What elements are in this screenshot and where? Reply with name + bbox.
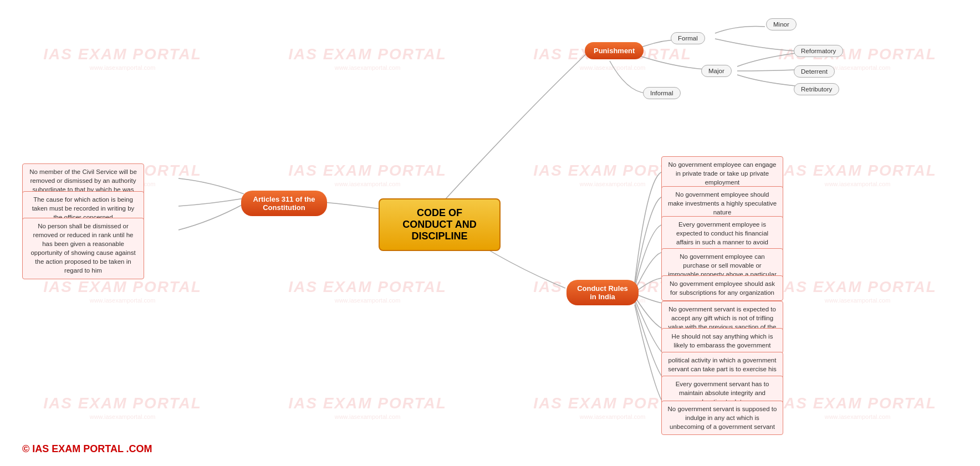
retributory-node: Retributory	[794, 83, 839, 95]
deterrent-node: Deterrent	[794, 65, 835, 78]
conduct-item-1: No government employee can engage in pri…	[661, 156, 783, 191]
copyright-label: © IAS EXAM PORTAL .COM	[22, 443, 152, 455]
conduct-node: Conduct Rules in India	[566, 280, 639, 305]
punishment-node: Punishment	[585, 42, 644, 59]
formal-node: Formal	[671, 32, 705, 44]
conduct-item-10: No government servant is supposed to ind…	[661, 401, 783, 435]
major-node: Major	[701, 65, 732, 77]
conduct-item-7: He should not say anything which is like…	[661, 328, 783, 354]
reformatory-node: Reformatory	[794, 45, 843, 57]
articles-item-3: No person shall be dismissed or removed …	[22, 218, 144, 279]
conduct-item-2: No government employee should make inves…	[661, 186, 783, 221]
articles-node: Articles 311 of the Constitution	[241, 191, 327, 216]
informal-node: Informal	[643, 87, 681, 99]
minor-node: Minor	[766, 18, 797, 30]
center-node: CODE OF CONDUCT AND DISCIPLINE	[379, 198, 501, 251]
conduct-item-5: No government employee should ask for su…	[661, 275, 783, 301]
